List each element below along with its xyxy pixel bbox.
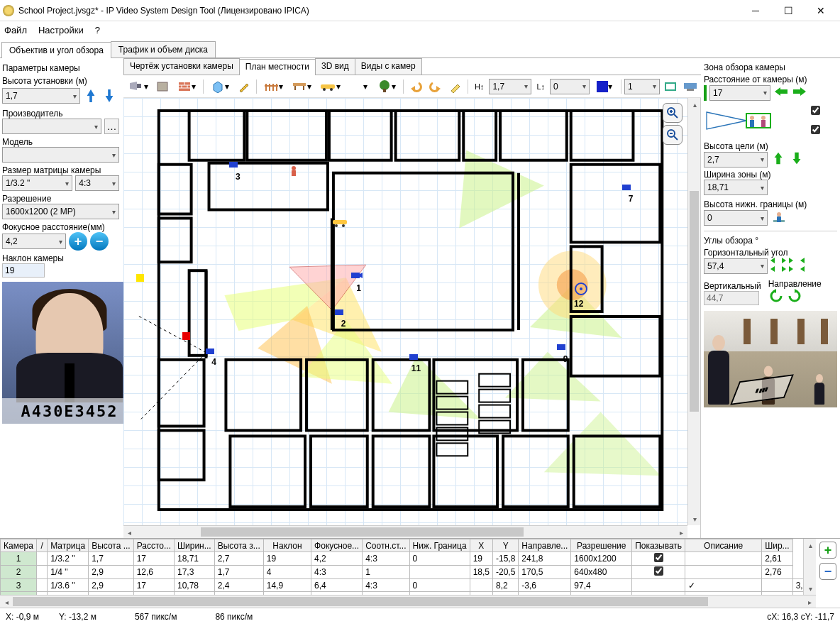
tab-site-plan[interactable]: План местности <box>239 59 316 75</box>
cameras-table[interactable]: Камера/МатрицаВысота ...Рассто...Ширин..… <box>0 538 840 608</box>
rotate-ccw-button[interactable] <box>768 289 784 305</box>
menu-file[interactable]: Файл <box>4 25 27 35</box>
redo-button[interactable] <box>426 77 445 96</box>
window-title: School Project.jvsgz* - IP Video System … <box>18 6 739 16</box>
tab-lens-fov[interactable]: Объектив и угол обзора <box>1 42 111 58</box>
tool-fence[interactable]: ▾ <box>260 77 287 96</box>
aspect-ratio-combo[interactable]: 4:3▾ <box>75 175 119 191</box>
svg-rect-45 <box>396 111 460 160</box>
svg-point-94 <box>292 166 296 170</box>
svg-rect-87 <box>229 162 238 168</box>
height-up-button[interactable] <box>83 86 99 106</box>
tool-clear[interactable] <box>446 77 465 96</box>
zoom-in-button[interactable] <box>663 103 682 123</box>
tool-color[interactable]: ▾ <box>591 77 618 96</box>
focal-minus-button[interactable]: − <box>90 232 109 251</box>
height-down-button[interactable] <box>101 86 117 106</box>
show-male-checkbox[interactable] <box>811 106 820 115</box>
svg-rect-65 <box>311 436 368 507</box>
dist-left-button[interactable] <box>773 84 789 101</box>
svg-line-100 <box>674 114 678 118</box>
tab-3d-view[interactable]: 3D вид <box>315 58 355 75</box>
target-up-button[interactable] <box>770 151 786 168</box>
svg-rect-27 <box>684 83 697 89</box>
svg-marker-0 <box>130 82 137 90</box>
license-plate-text: A430E3452 <box>2 398 123 424</box>
collapse-icon[interactable] <box>789 258 805 274</box>
tab-traffic-disk[interactable]: Трафик и объем диска <box>111 41 216 57</box>
camera-icon[interactable] <box>351 270 363 281</box>
dist-right-button[interactable] <box>792 84 807 101</box>
svg-line-83 <box>141 353 206 419</box>
tool-pencil[interactable] <box>235 77 253 96</box>
tool-box3d[interactable]: ▾ <box>206 77 233 96</box>
menu-help[interactable]: ? <box>95 25 100 35</box>
svg-marker-122 <box>800 266 805 272</box>
minimize-button[interactable]: ─ <box>739 0 772 21</box>
tool-person[interactable]: ▾ <box>345 77 372 96</box>
vertical-scrollbar[interactable]: ▴▾ <box>687 98 700 525</box>
toolbar-height-combo[interactable]: 1,7▾ <box>489 79 531 94</box>
camera-icon[interactable] <box>409 351 421 363</box>
toolbar-l-combo[interactable]: 0▾ <box>550 79 590 94</box>
svg-rect-109 <box>750 120 754 127</box>
l-label-button[interactable]: L↕ <box>533 77 548 96</box>
yellow-marker-icon[interactable] <box>136 274 144 282</box>
camera-icon[interactable] <box>229 159 241 170</box>
show-camera-checkbox[interactable] <box>654 553 663 562</box>
svg-rect-22 <box>383 89 386 92</box>
map-canvas[interactable]: 1 2 3 4 9 11 12 7 <box>123 98 701 538</box>
target-height-combo[interactable]: 2,7▾ <box>704 152 768 168</box>
tool-wall[interactable] <box>153 77 172 96</box>
svg-rect-28 <box>687 89 694 91</box>
rotate-cw-button[interactable] <box>787 289 802 305</box>
camera-icon[interactable] <box>557 341 568 353</box>
svg-point-108 <box>750 116 754 120</box>
maximize-button[interactable]: ☐ <box>772 0 805 21</box>
svg-marker-120 <box>800 258 805 263</box>
height-label-button[interactable]: H↕ <box>471 77 487 96</box>
show-female-checkbox[interactable] <box>811 125 820 134</box>
tool-camera[interactable]: ▾ <box>125 77 152 96</box>
horizontal-scrollbar[interactable]: ◂▸ <box>123 525 687 538</box>
focal-plus-button[interactable]: + <box>69 232 87 251</box>
camera-preview-image: A430E3452 <box>2 282 123 424</box>
toolbar-count-combo[interactable]: 1▾ <box>624 79 660 94</box>
tool-tree[interactable]: ▾ <box>373 77 400 96</box>
tool-table[interactable]: ▾ <box>288 77 315 96</box>
tab-install-drawing[interactable]: Чертёж установки камеры <box>123 58 240 75</box>
camera-icon[interactable] <box>206 346 217 357</box>
lower-bound-combo[interactable]: 0▾ <box>704 210 768 226</box>
add-camera-button[interactable]: + <box>819 542 836 559</box>
resolution-combo[interactable]: 1600x1200 (2 MP)▾ <box>2 204 119 219</box>
tab-camera-views[interactable]: Виды с камер <box>355 58 422 75</box>
camera-icon[interactable] <box>622 182 634 193</box>
red-marker-icon[interactable] <box>182 332 190 340</box>
focal-length-combo[interactable]: 4,2▾ <box>2 234 66 249</box>
tilt-input[interactable] <box>2 263 45 278</box>
svg-rect-51 <box>189 270 206 356</box>
expand-icon[interactable] <box>770 258 786 274</box>
close-button[interactable]: ✕ <box>805 0 837 21</box>
manufacturer-browse-button[interactable]: … <box>104 119 119 134</box>
model-combo[interactable]: ▾ <box>2 147 119 163</box>
zoom-out-button[interactable] <box>663 125 682 145</box>
show-camera-checkbox[interactable] <box>654 566 663 576</box>
remove-camera-button[interactable]: − <box>819 563 836 580</box>
menu-settings[interactable]: Настройки <box>38 25 84 35</box>
tool-fit[interactable] <box>661 77 680 96</box>
camera-icon[interactable] <box>335 307 346 318</box>
install-height-combo[interactable]: 1,7▾ <box>2 88 80 104</box>
distance-combo[interactable]: 17▾ <box>709 85 770 101</box>
zone-width-combo[interactable]: 18,71▾ <box>704 180 768 195</box>
svg-rect-48 <box>571 111 634 160</box>
sensor-size-combo[interactable]: 1/3.2 "▾ <box>2 175 72 191</box>
tool-vehicle[interactable]: ▾ <box>316 77 343 96</box>
target-down-button[interactable] <box>789 151 805 168</box>
horiz-angle-combo[interactable]: 57,4▾ <box>704 258 768 274</box>
camera-icon[interactable] <box>575 282 586 294</box>
undo-button[interactable] <box>407 77 425 96</box>
manufacturer-combo[interactable]: ▾ <box>2 119 101 134</box>
tool-brick-wall[interactable]: ▾ <box>173 77 200 96</box>
tool-board[interactable] <box>681 77 700 96</box>
